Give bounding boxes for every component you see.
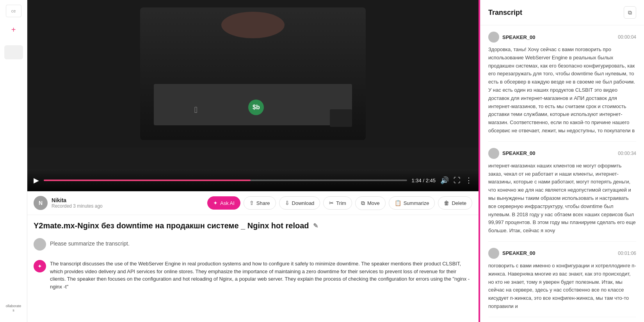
timestamp-1: 00:00:34 [618, 151, 636, 156]
time-display: 1:34 / 2:45 [412, 178, 436, 183]
speaker-info-0: SPEAKER_00 [488, 32, 535, 43]
timestamp-0: 00:00:04 [618, 34, 636, 40]
share-button[interactable]: ⇧ Share [244, 196, 276, 210]
apple-logo-icon:  [194, 105, 197, 115]
sidebar-bottom: ollaborate s [6, 304, 21, 317]
sidebar-item-1[interactable] [4, 45, 23, 59]
speaker-name-1: SPEAKER_00 [502, 150, 535, 156]
summarize-button[interactable]: 📋 Summarize [389, 196, 435, 210]
chat-response: ✦ The transcript discusses the use of th… [34, 255, 472, 295]
speaker-avatar-1 [488, 148, 499, 159]
speaker-name-0: SPEAKER_00 [502, 34, 535, 40]
user-info: Nikita Recorded 3 minutes ago [52, 197, 203, 209]
download-icon: ⇩ [285, 200, 290, 206]
sidebar-collab: ollaborate s [6, 304, 21, 313]
speaker-row-2: SPEAKER_00 00:01:06 [488, 248, 636, 259]
sidebar-item-list [0, 45, 27, 59]
chat-prompt: Please summarize the transcript. [34, 233, 472, 255]
action-bar: N Nikita Recorded 3 minutes ago ✦ Ask AI… [27, 191, 479, 215]
speaker-info-2: SPEAKER_00 [488, 248, 535, 259]
sidebar: ce + ollaborate s [0, 0, 27, 322]
transcript-text-1: интернет-магазинах наших клиентов не мог… [488, 162, 636, 235]
progress-bar[interactable] [44, 180, 407, 181]
delete-button[interactable]: 🗑 Delete [438, 196, 472, 210]
ask-ai-button[interactable]: ✦ Ask AI [207, 196, 240, 210]
trim-button[interactable]: ✂ Trim [323, 196, 352, 210]
chat-response-text: The transcript discusses the use of the … [50, 260, 472, 290]
transcript-text-0: Здоровка, таны! Хочу сейчас с вами погов… [488, 46, 636, 135]
chat-prompt-text: Please summarize the transcript. [50, 238, 130, 247]
trim-icon: ✂ [329, 200, 334, 206]
transcript-text-2: поговорить с вами именно о конфигурации … [488, 262, 636, 311]
speaker-row-1: SPEAKER_00 00:00:34 [488, 148, 636, 159]
share-icon: ⇧ [249, 200, 254, 206]
ai-response-icon: ✦ [37, 263, 42, 269]
edit-icon[interactable]: ✎ [313, 222, 318, 229]
volume-button[interactable]: 🔊 [440, 177, 449, 184]
move-button[interactable]: ⧉ Move [355, 196, 386, 210]
transcript-body: SPEAKER_00 00:00:04 Здоровка, таны! Хочу… [480, 25, 644, 322]
speaker-name-2: SPEAKER_00 [502, 250, 535, 256]
user-meta: Recorded 3 minutes ago [52, 203, 203, 209]
download-button[interactable]: ⇩ Download [279, 196, 320, 210]
action-buttons: ✦ Ask AI ⇧ Share ⇩ Download ✂ Trim ⧉ Mov… [207, 196, 472, 210]
sidebar-brand: ce [6, 5, 21, 17]
main-content:  $b ▶ 1:34 / 2:45 🔊 ⛶ [27, 0, 479, 322]
speaker-row-0: SPEAKER_00 00:00:04 [488, 32, 636, 43]
more-options-button[interactable]: ⋮ [465, 177, 472, 184]
summarize-icon: 📋 [395, 200, 401, 206]
chat-ai-avatar: ✦ [34, 260, 46, 272]
transcript-entry-2: SPEAKER_00 00:01:06 поговорить с вами им… [488, 242, 636, 317]
sidebar-add-button[interactable]: + [7, 23, 20, 36]
transcript-title: Transcript [488, 9, 522, 17]
chat-user-avatar [34, 238, 46, 251]
transcript-header: Transcript ⧉ [480, 0, 644, 25]
speaker-info-1: SPEAKER_00 [488, 148, 535, 159]
content-title: Y2mate.mx-Nginx без downtime на продакшн… [27, 215, 479, 233]
fullscreen-button[interactable]: ⛶ [454, 177, 461, 184]
video-player[interactable]:  $b ▶ 1:34 / 2:45 🔊 ⛶ [27, 0, 479, 191]
transcript-panel: Transcript ⧉ SPEAKER_00 00:00:04 Здоровк… [480, 0, 644, 322]
transcript-entry-1: SPEAKER_00 00:00:34 интернет-магазинах н… [488, 142, 636, 242]
copy-icon: ⧉ [628, 9, 632, 16]
progress-fill [44, 180, 251, 181]
move-icon: ⧉ [361, 200, 365, 206]
video-container:  $b ▶ 1:34 / 2:45 🔊 ⛶ [27, 0, 479, 191]
transcript-entry-0: SPEAKER_00 00:00:04 Здоровка, таны! Хочу… [488, 25, 636, 142]
video-controls: ▶ 1:34 / 2:45 🔊 ⛶ ⋮ [27, 169, 479, 191]
ai-icon: ✦ [213, 200, 218, 206]
video-thumbnail:  $b [27, 0, 479, 169]
avatar: N [34, 196, 48, 210]
chat-area: Please summarize the transcript. ✦ The t… [27, 233, 479, 322]
timestamp-2: 00:01:06 [618, 251, 636, 256]
play-pause-button[interactable]: ▶ [34, 177, 39, 184]
speaker-avatar-2 [488, 248, 499, 259]
speaker-avatar-0 [488, 32, 499, 43]
user-name: Nikita [52, 197, 203, 203]
delete-icon: 🗑 [444, 200, 449, 206]
copy-transcript-button[interactable]: ⧉ [624, 6, 636, 19]
